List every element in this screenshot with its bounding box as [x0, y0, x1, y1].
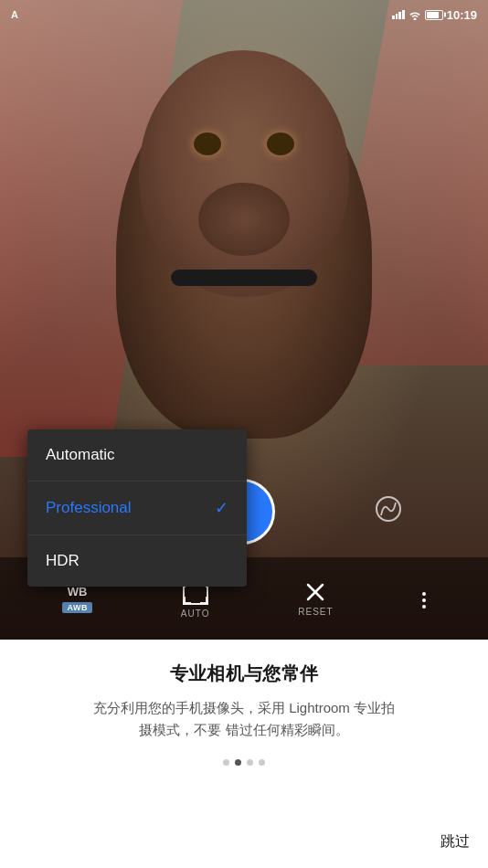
more-dot-3 [422, 605, 426, 609]
auto-label: AUTO [181, 609, 210, 619]
battery-fill [427, 12, 439, 18]
menu-item-label-automatic: Automatic [46, 446, 115, 464]
close-icon [304, 581, 326, 603]
reset-button[interactable]: RESET [298, 581, 333, 617]
time-display: 10:19 [447, 8, 477, 22]
photo-dog-eye-left [194, 132, 221, 155]
page-dot-4 [259, 759, 265, 766]
status-bar: A 10:19 [0, 0, 488, 26]
status-left-icon: A [11, 9, 18, 20]
more-dot-2 [422, 598, 426, 602]
status-right-group: 10:19 [392, 8, 477, 22]
wifi-icon [408, 10, 421, 20]
photo-dog-snout [198, 183, 290, 256]
photo-dog-eye-right [267, 132, 294, 155]
signal-bar-4 [402, 10, 405, 19]
signal-icon [392, 10, 405, 19]
signal-bar-3 [398, 12, 401, 19]
signal-bar-1 [392, 16, 395, 19]
wb-button[interactable]: WB AWB [62, 585, 92, 613]
page-dot-1 [223, 759, 229, 766]
page-dot-2 [235, 759, 241, 766]
photo-dog-collar [171, 270, 317, 286]
panel-title: 专业相机与您常伴 [170, 662, 318, 686]
signal-bar-2 [396, 14, 398, 19]
menu-item-professional[interactable]: Professional ✓ [27, 482, 247, 535]
selected-checkmark: ✓ [215, 498, 228, 518]
skip-button[interactable]: 跳过 [440, 832, 470, 852]
menu-item-automatic[interactable]: Automatic [27, 429, 247, 482]
more-options-button[interactable] [422, 588, 426, 609]
reset-label: RESET [298, 607, 333, 617]
mode-dropdown[interactable]: Automatic Professional ✓ HDR [27, 429, 247, 587]
awb-badge: AWB [62, 602, 92, 613]
battery-icon [425, 10, 443, 20]
tone-curve-icon[interactable] [375, 495, 402, 528]
page-dot-3 [247, 759, 253, 766]
menu-item-label-professional: Professional [46, 499, 132, 517]
pagination-dots [223, 759, 265, 766]
more-dot-1 [422, 592, 426, 596]
menu-item-label-hdr: HDR [46, 552, 80, 570]
menu-item-hdr[interactable]: HDR [27, 535, 247, 587]
bottom-panel: 专业相机与您常伴 充分利用您的手机摄像头，采用 Lightroom 专业拍摄模式… [0, 640, 488, 868]
panel-description: 充分利用您的手机摄像头，采用 Lightroom 专业拍摄模式，不要 错过任何精… [89, 697, 399, 741]
photo-dog-head [139, 50, 349, 297]
